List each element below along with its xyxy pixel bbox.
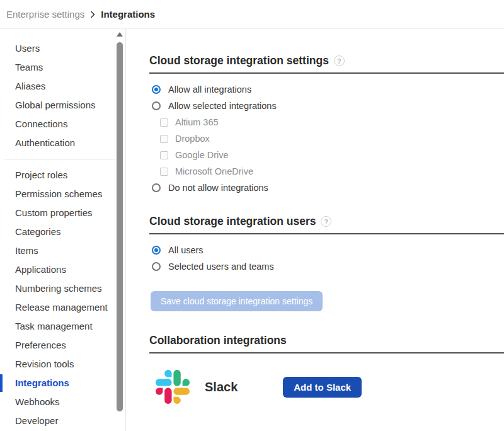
- sidebar-item-label: Categories: [15, 226, 61, 237]
- sidebar-item[interactable]: Users: [0, 39, 125, 58]
- chevron-right-icon: [90, 11, 95, 18]
- sidebar-item[interactable]: Applications: [0, 260, 125, 279]
- radio-all-users[interactable]: All users: [149, 242, 504, 258]
- section-title-storage-users: Cloud storage integration users ?: [149, 215, 504, 234]
- sidebar-item[interactable]: Categories: [0, 222, 125, 241]
- sidebar-item[interactable]: Integrations: [0, 374, 125, 393]
- sidebar-item[interactable]: Project roles: [0, 166, 125, 185]
- radio-icon: [152, 183, 161, 192]
- sidebar-item[interactable]: Webhooks: [0, 393, 125, 411]
- main-content: Cloud storage integration settings ? All…: [149, 29, 504, 431]
- settings-sidebar: Users Teams Aliases Global permissions C…: [0, 29, 126, 431]
- radio-do-not-allow-integrations[interactable]: Do not allow integrations: [149, 180, 504, 196]
- sidebar-scrollbar[interactable]: [116, 32, 123, 428]
- scroll-up-arrow-icon[interactable]: [117, 32, 123, 37]
- save-cloud-storage-settings-button[interactable]: Save cloud storage integration settings: [151, 291, 323, 311]
- sidebar-item-label: Global permissions: [15, 100, 96, 110]
- sidebar-item-label: Connections: [15, 118, 67, 129]
- radio-label: Selected users and teams: [168, 261, 274, 272]
- add-to-slack-button[interactable]: Add to Slack: [283, 377, 362, 398]
- radio-label: Allow all integrations: [168, 84, 251, 95]
- checkbox-icon: [160, 151, 168, 159]
- radio-label: Do not allow integrations: [168, 183, 268, 193]
- provider-checkbox-row[interactable]: Microsoft OneDrive: [149, 163, 504, 180]
- sidebar-item[interactable]: Task management: [0, 317, 125, 336]
- sidebar-item-label: Project roles: [15, 170, 67, 180]
- radio-label: All users: [168, 245, 203, 255]
- section-title-collaboration: Collaboration integrations: [149, 334, 504, 353]
- sidebar-item-label: Revision tools: [15, 359, 74, 369]
- sidebar-item[interactable]: Preferences: [0, 336, 125, 355]
- section-title-text: Cloud storage integration settings: [149, 54, 329, 67]
- sidebar-item[interactable]: Aliases: [0, 77, 125, 96]
- sidebar-item[interactable]: Authentication: [0, 134, 125, 152]
- sidebar-item-label: Applications: [15, 264, 66, 275]
- sidebar-item-label: Users: [15, 43, 40, 54]
- slack-logo-icon: [156, 370, 190, 404]
- integration-name: Slack: [205, 380, 238, 394]
- checkbox-label: Microsoft OneDrive: [175, 166, 253, 176]
- sidebar-item[interactable]: Developer: [0, 411, 125, 430]
- sidebar-item[interactable]: Custom properties: [0, 204, 125, 222]
- sidebar-item[interactable]: Items: [0, 241, 125, 260]
- provider-checkbox-row[interactable]: Google Drive: [149, 147, 504, 163]
- sidebar-item-label: Developer: [15, 415, 58, 426]
- sidebar-item[interactable]: Numbering schemes: [0, 279, 125, 298]
- checkbox-label: Google Drive: [175, 150, 229, 160]
- checkbox-icon: [160, 135, 168, 143]
- storage-settings-options: Allow all integrations Allow selected in…: [149, 81, 504, 196]
- sidebar-item-label: Preferences: [15, 340, 66, 350]
- sidebar-item[interactable]: Permission schemes: [0, 185, 125, 204]
- sidebar-item[interactable]: Teams: [0, 58, 125, 77]
- sidebar-item-label: Items: [15, 245, 38, 256]
- slack-integration-row: Slack Add to Slack: [149, 370, 504, 404]
- sidebar-item-label: Numbering schemes: [15, 283, 102, 294]
- radio-allow-selected-integrations[interactable]: Allow selected integrations: [149, 98, 504, 114]
- checkbox-label: Dropbox: [175, 134, 210, 144]
- radio-label: Allow selected integrations: [168, 101, 277, 111]
- sidebar-item-label: Aliases: [15, 81, 45, 91]
- radio-icon: [152, 262, 161, 271]
- sidebar-item-label: Permission schemes: [15, 188, 102, 199]
- breadcrumb-parent-link[interactable]: Enterprise settings: [6, 9, 84, 20]
- sidebar-item[interactable]: Revision tools: [0, 355, 125, 374]
- sidebar-item-label: Release management: [15, 302, 108, 313]
- provider-checkbox-row[interactable]: Dropbox: [149, 130, 504, 147]
- breadcrumb: Enterprise settings Integrations: [0, 0, 504, 29]
- checkbox-label: Altium 365: [175, 117, 219, 127]
- provider-checkbox-row[interactable]: Altium 365: [149, 114, 504, 130]
- breadcrumb-current: Integrations: [101, 9, 155, 20]
- sidebar-item-label: Custom properties: [15, 207, 93, 218]
- sidebar-item-list: Users Teams Aliases Global permissions C…: [0, 29, 125, 430]
- help-icon[interactable]: ?: [334, 55, 345, 66]
- radio-icon: [152, 85, 161, 94]
- section-title-storage-settings: Cloud storage integration settings ?: [149, 54, 504, 74]
- checkbox-icon: [160, 118, 168, 127]
- radio-icon: [152, 246, 161, 255]
- checkbox-icon: [160, 168, 168, 176]
- sidebar-item-label: Teams: [15, 62, 43, 72]
- sidebar-item[interactable]: Connections: [0, 115, 125, 134]
- section-title-text: Cloud storage integration users: [149, 215, 316, 228]
- radio-icon: [152, 101, 161, 110]
- radio-selected-users-and-teams[interactable]: Selected users and teams: [149, 258, 504, 275]
- section-title-text: Collaboration integrations: [149, 334, 287, 347]
- help-icon[interactable]: ?: [321, 216, 331, 227]
- sidebar-item-label: Integrations: [15, 377, 69, 388]
- sidebar-item-label: Task management: [15, 321, 93, 331]
- scrollbar-thumb[interactable]: [117, 42, 123, 411]
- sidebar-item-label: Authentication: [15, 137, 75, 148]
- provider-checkbox-list: Altium 365 Dropbox Google Drive Microsof…: [149, 114, 504, 180]
- sidebar-item[interactable]: Global permissions: [0, 96, 125, 115]
- sidebar-divider: [5, 159, 115, 159]
- sidebar-item-label: Webhooks: [15, 396, 60, 407]
- storage-users-options: All users Selected users and teams: [149, 242, 504, 275]
- radio-allow-all-integrations[interactable]: Allow all integrations: [149, 81, 504, 98]
- sidebar-item[interactable]: Release management: [0, 298, 125, 317]
